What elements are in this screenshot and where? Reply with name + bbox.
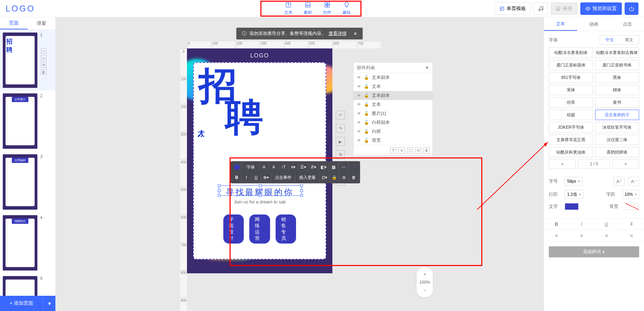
top-tool-fun[interactable]: 趣味	[342, 1, 351, 16]
comp-copy[interactable]: ⧉	[415, 147, 421, 154]
lock-icon[interactable]: 🔒	[330, 173, 339, 182]
warning-link[interactable]: 查看详情	[329, 30, 347, 37]
lang-cn-button[interactable]: 中文	[600, 36, 619, 44]
font-dropdown[interactable]: 字体	[242, 163, 259, 172]
vertical-text-icon[interactable]: ↕T	[279, 163, 288, 172]
font-size-select[interactable]: 58px	[565, 177, 582, 186]
copy-icon[interactable]: ⧉	[339, 173, 349, 182]
page-thumb-3[interactable]: 公司福利3	[0, 152, 55, 212]
font-option[interactable]: JOKER手写体	[549, 122, 593, 132]
comp-folder[interactable]: ▢	[407, 147, 413, 154]
font-option[interactable]: 幼圆	[549, 110, 593, 120]
align-justify[interactable]: ≡	[626, 233, 637, 238]
click-event-dropdown[interactable]: 点击事件	[271, 173, 295, 182]
power-button[interactable]	[625, 2, 638, 15]
lock-icon[interactable]: 🔓	[364, 111, 369, 116]
page-list-icon[interactable]: ≡	[41, 55, 46, 61]
comp-layer-down[interactable]: ⇊	[399, 147, 405, 154]
rp-tab-anim[interactable]: 动画	[577, 17, 610, 31]
visibility-icon[interactable]: 👁	[357, 111, 361, 116]
component-item[interactable]: 👁🔓文本副本	[354, 73, 432, 82]
lock-icon[interactable]: 🔓	[364, 93, 369, 98]
component-item[interactable]: 👁🔓背景	[354, 136, 432, 145]
underline-toggle[interactable]: U	[601, 221, 612, 227]
comp-delete[interactable]: 🗑	[423, 147, 430, 154]
italic-button[interactable]: I	[242, 173, 251, 182]
font-increase[interactable]: A⁺	[614, 177, 625, 186]
visibility-icon[interactable]: 👁	[357, 93, 361, 98]
lock-icon[interactable]: 🔓	[364, 102, 369, 107]
top-tool-text[interactable]: 文本	[284, 1, 293, 16]
italic-toggle[interactable]: I	[576, 221, 587, 227]
add-page-dropdown[interactable]: ▾	[43, 296, 55, 311]
layout-icon[interactable]: ▦	[329, 163, 339, 172]
font-size-down[interactable]: A	[269, 163, 279, 172]
component-list-close[interactable]: ✕	[425, 65, 429, 70]
font-page-prev[interactable]: «	[549, 159, 576, 168]
font-option[interactable]: 黑体	[595, 72, 639, 83]
font-option[interactable]: 楷体	[595, 85, 639, 95]
font-option[interactable]: 站酷冷水萧青刻古典体	[595, 47, 639, 58]
text-color-swatch[interactable]	[232, 163, 242, 172]
rp-tab-click[interactable]: 点击	[611, 17, 644, 31]
top-tool-material[interactable]: 素材	[304, 1, 312, 16]
font-option[interactable]: 沐瑶软笔手写体	[595, 122, 639, 132]
tab-popups[interactable]: 弹窗	[28, 17, 55, 29]
text-color-swatch[interactable]	[565, 203, 579, 210]
page-thumb-1[interactable]: 招聘1	[0, 30, 55, 91]
layer-dropdown[interactable]: ◧▾	[319, 163, 329, 172]
page-thumb-5[interactable]: 5	[0, 273, 55, 296]
canvas-pill[interactable]: 销售专员	[276, 214, 296, 244]
expand-icon[interactable]: ⊕▾	[261, 173, 271, 182]
align-left[interactable]: ≡	[551, 233, 562, 238]
font-option[interactable]: 851手写体	[549, 72, 593, 83]
undo-button[interactable]: ↶	[336, 111, 345, 120]
lock-icon[interactable]: 🔓	[364, 129, 369, 134]
play-button[interactable]: ▶	[336, 137, 345, 146]
zoom-out[interactable]: −	[421, 286, 429, 294]
font-option[interactable]: 喜鹊招牌体	[595, 147, 639, 157]
visibility-icon[interactable]: 👁	[357, 84, 361, 89]
lang-en-button[interactable]: 英文	[619, 36, 639, 44]
rp-tab-text[interactable]: 文本	[544, 17, 577, 31]
font-size-up[interactable]: A	[259, 163, 269, 172]
canvas-pill[interactable]: 平面设计	[223, 214, 244, 244]
canvas-logo-text[interactable]: LOGO	[250, 53, 269, 59]
font-option[interactable]: 仿宋	[549, 97, 593, 108]
visibility-icon[interactable]: 👁	[357, 138, 361, 143]
templates-button[interactable]: 单页模板	[494, 2, 531, 15]
position-icon[interactable]: ⊡▾	[320, 173, 330, 182]
top-tool-widget[interactable]: 控件	[323, 1, 331, 16]
bg-color-swatch[interactable]	[625, 203, 639, 210]
letter-space-select[interactable]: 10%	[622, 190, 639, 199]
align-right[interactable]: ≡	[601, 233, 612, 238]
more-icon[interactable]: ⋯	[339, 163, 348, 172]
component-item[interactable]: 👁🔓文本副本	[354, 91, 432, 100]
component-list-panel[interactable]: 部件列表 ✕ 👁🔓文本副本👁🔓文本👁🔓文本副本👁🔓文本👁🔓图片[1]👁🔓白框副本…	[353, 62, 433, 156]
canvas-pill[interactable]: 网络运营	[249, 214, 270, 244]
music-button[interactable]	[534, 2, 548, 15]
warning-close[interactable]: ✕	[354, 31, 357, 36]
font-option[interactable]: 汉仪贤二体	[595, 135, 639, 145]
page-copy-icon[interactable]: ⧉	[41, 62, 46, 68]
zoom-control[interactable]: + 100% −	[417, 267, 433, 297]
align-center[interactable]: ≡	[576, 233, 587, 238]
font-option[interactable]: 站酷冷水萧青刻体	[549, 47, 593, 58]
lock-icon[interactable]: 🔓	[364, 138, 369, 143]
tab-pages[interactable]: 页面	[0, 17, 28, 29]
component-item[interactable]: 👁🔓图片[1]	[354, 109, 432, 118]
lock-icon[interactable]: 🔓	[364, 75, 369, 80]
underline-button[interactable]: U	[251, 173, 261, 182]
page-thumb-4[interactable]: 招聘职位4	[0, 212, 55, 273]
visibility-icon[interactable]: 👁	[357, 120, 361, 125]
page-delete-icon[interactable]: 🗑	[41, 69, 46, 75]
component-item[interactable]: 👁🔓文本	[354, 82, 432, 91]
bold-button[interactable]: B	[232, 173, 242, 182]
preview-button[interactable]: 预览和设置	[580, 2, 622, 15]
page-add-icon[interactable]: +	[41, 48, 46, 54]
font-option[interactable]: 文泉驿等宽正黑	[549, 135, 593, 145]
page-thumb-2[interactable]: 公司简介2	[0, 91, 55, 152]
font-option[interactable]: 隶书	[595, 97, 639, 108]
spacing-dropdown[interactable]: ⇵▾	[308, 163, 319, 172]
canvas-big-text-2[interactable]: 聘	[225, 100, 263, 135]
